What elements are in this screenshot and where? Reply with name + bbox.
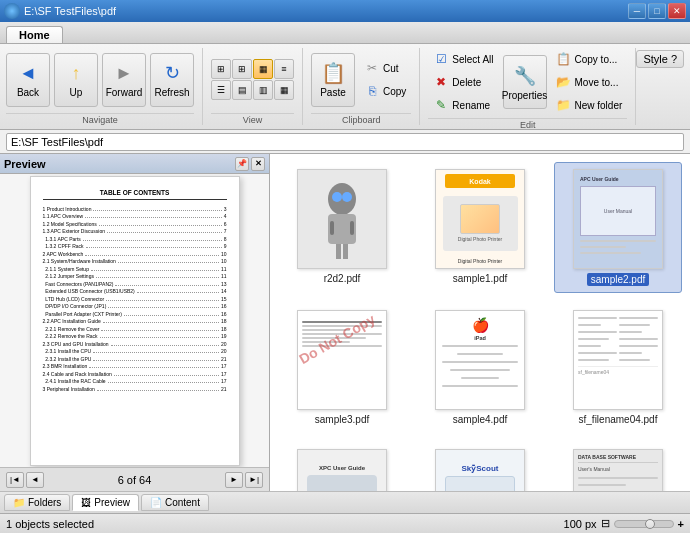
style-button[interactable]: Style ? [636,50,684,68]
navigate-group-label: Navigate [6,113,194,125]
preview-pin-button[interactable]: 📌 [235,157,249,171]
file-name-sample3: sample3.pdf [315,414,369,425]
toc-item-2: 1.1 APC Overview 4 [43,213,227,219]
preview-last-button[interactable]: ►| [245,472,263,488]
toc-item-11: Fast Connectors (PAN1/PAN2) 13 [43,281,227,287]
file-item-sample4[interactable]: 🍎 iPad sample4.pdf [416,303,544,432]
view-content-button[interactable]: ▦ [274,80,294,100]
preview-content: TABLE OF CONTENTS 1 Product Introduction… [0,174,269,467]
select-all-button[interactable]: ☑ Select All [428,48,498,70]
copy-button[interactable]: ⎘ Copy [359,80,411,102]
back-button[interactable]: ◄ Back [6,53,50,107]
minimize-button[interactable]: ─ [628,3,646,19]
move-to-button[interactable]: 📂 Move to... [551,71,628,93]
style-label: Style [643,53,667,65]
address-input[interactable] [6,133,684,151]
copy-to-button[interactable]: 📋 Copy to... [551,48,628,70]
preview-close-button[interactable]: ✕ [251,157,265,171]
file-item-ss59[interactable]: DATA BASE SOFTWARE User's Manual ss59 ra… [554,442,682,491]
tab-preview[interactable]: 🖼 Preview [72,494,139,511]
content-icon: 📄 [150,497,162,508]
file-thumbnail-sample3: Do Not Copy [297,310,387,410]
scissors-icon: ✂ [364,60,380,76]
paste-button[interactable]: 📋 Paste [311,53,355,107]
copyto-icon: 📋 [556,51,572,67]
view-small-button[interactable]: ≡ [274,59,294,79]
paste-icon: 📋 [321,61,345,85]
tab-bar: Home [0,22,690,44]
tab-home[interactable]: Home [6,26,63,43]
toc-item-3: 1.2 Model Specifications 6 [43,221,227,227]
preview-next-button[interactable]: ► [225,472,243,488]
file-item-r2d2[interactable]: r2d2.pdf [278,162,406,293]
tab-content[interactable]: 📄 Content [141,494,209,511]
toc-item-4: 1.3 APC Exterior Discussion 7 [43,228,227,234]
file-item-sf[interactable]: sf_filename04 sf_filename04.pdf [554,303,682,432]
toc-item-8: 2.1 System/Hardware Installation 10 [43,258,227,264]
file-item-shuttle[interactable]: XPC User Guide ShuttleManual shuttle-man… [278,442,406,491]
preview-nav-prev-buttons: |◄ ◄ [6,472,44,488]
file-item-sample3[interactable]: Do Not Copy sample3.pdf [278,303,406,432]
view-tile-button[interactable]: ▥ [253,80,273,100]
view-medium-button[interactable]: ▦ [253,59,273,79]
clipboard-group-content: 📋 Paste ✂ Cut ⎘ Copy [311,48,411,111]
edit-group-label: Edit [428,118,627,130]
preview-first-button[interactable]: |◄ [6,472,24,488]
file-item-sample2[interactable]: APC User Guide User Manual sample2.pdf [554,162,682,293]
view-extra-large-button[interactable]: ⊞ [211,59,231,79]
toc-item-14: DP/DP I/O Connector (JP1) 16 [43,303,227,309]
maximize-button[interactable]: □ [648,3,666,19]
view-buttons: ⊞ ⊞ ▦ ≡ ☰ ▤ ▥ ▦ [211,59,294,100]
toc-item-13: LTD Hub (LCD) Connector 15 [43,296,227,302]
preview-prev-button[interactable]: ◄ [26,472,44,488]
toc-item-22: 2.3 BMR Installation 17 [43,363,227,369]
fit-icon[interactable]: ⊟ [601,517,610,530]
preview-controls: 📌 ✕ [235,157,265,171]
view-detail-button[interactable]: ▤ [232,80,252,100]
new-folder-button[interactable]: 📁 New folder [551,94,628,116]
move-group: 📋 Copy to... 📂 Move to... 📁 New folder [551,48,628,116]
tab-folders[interactable]: 📁 Folders [4,494,70,511]
forward-icon: ► [112,61,136,85]
clipboard-group: 📋 Paste ✂ Cut ⎘ Copy Clipboard [311,48,420,125]
status-left: 1 objects selected [6,518,94,530]
properties-button[interactable]: 🔧 Properties [503,55,547,109]
file-thumbnail-sample1: Kodak Digital Photo Printer Digital Phot… [435,169,525,269]
edit-group: ☑ Select All ✖ Delete ✎ Rename 🔧 Propert… [428,48,636,125]
content-label: Content [165,497,200,508]
view-large-button[interactable]: ⊞ [232,59,252,79]
file-thumbnail-skyscout: SkȳScout 📡 Device CELESTRON [435,449,525,491]
toc-item-12: Extended USB Connector (USB1/USB2) 14 [43,288,227,294]
toc-item-19: 2.3 CPU and GPU Installation 20 [43,341,227,347]
zoom-value: 100 px [564,518,597,530]
rename-button[interactable]: ✎ Rename [428,94,498,116]
svg-rect-5 [343,244,348,259]
file-item-sample1[interactable]: Kodak Digital Photo Printer Digital Phot… [416,162,544,293]
view-group-content: ⊞ ⊞ ▦ ≡ ☰ ▤ ▥ ▦ [211,48,294,111]
selection-info: 1 objects selected [6,518,94,530]
view-list-button[interactable]: ☰ [211,80,231,100]
forward-button[interactable]: ► Forward [102,53,146,107]
bottom-tab-bar: 📁 Folders 🖼 Preview 📄 Content [0,491,690,513]
file-thumbnail-sample2: APC User Guide User Manual [573,169,663,269]
copy-icon: ⎘ [364,83,380,99]
file-thumbnail-shuttle: XPC User Guide ShuttleManual shuttle-man… [297,449,387,491]
file-thumbnail-r2d2 [297,169,387,269]
file-item-skyscout[interactable]: SkȳScout 📡 Device CELESTRON skyscout.pdf [416,442,544,491]
svg-point-0 [328,183,356,215]
cut-button[interactable]: ✂ Cut [359,57,411,79]
up-button[interactable]: ↑ Up [54,53,98,107]
ribbon: ◄ Back ↑ Up ► Forward ↻ Refresh Navigate… [0,44,690,130]
folders-icon: 📁 [13,497,25,508]
refresh-button[interactable]: ↻ Refresh [150,53,194,107]
file-thumbnail-sf: sf_filename04 [573,310,663,410]
zoom-slider[interactable] [614,520,674,528]
zoom-in-icon[interactable]: + [678,518,684,530]
close-button[interactable]: ✕ [668,3,686,19]
preview-page-info: 6 of 64 [118,474,152,486]
preview-tab-label: Preview [94,497,130,508]
status-bar: 1 objects selected 100 px ⊟ + [0,513,690,533]
svg-rect-6 [330,221,334,235]
delete-button[interactable]: ✖ Delete [428,71,498,93]
navigate-group: ◄ Back ↑ Up ► Forward ↻ Refresh Navigate [6,48,203,125]
